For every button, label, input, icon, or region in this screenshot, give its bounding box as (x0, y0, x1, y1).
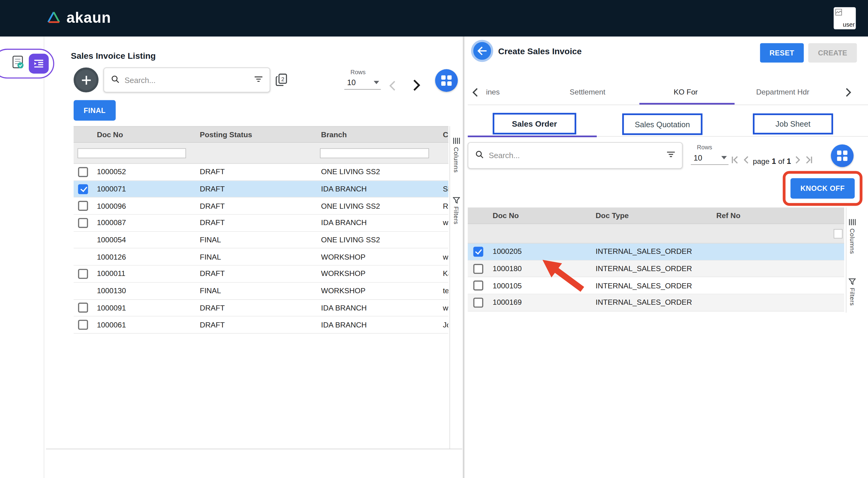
search-box (104, 68, 270, 92)
user-avatar[interactable]: user (834, 7, 856, 29)
ko-document-table: Doc No Doc Type Ref No 1000205 INTERNAL_… (468, 208, 844, 311)
tabs-scroll-left[interactable] (472, 88, 478, 100)
cell-branch: IDA BRANCH (317, 219, 438, 227)
create-button[interactable]: CREATE (808, 43, 857, 62)
page-number: 1 (772, 157, 776, 165)
back-button[interactable] (471, 40, 493, 62)
tab-ko-for[interactable]: KO For (674, 88, 698, 96)
row-checkbox[interactable] (473, 297, 483, 308)
table-row[interactable]: 1000126 FINAL WORKSHOP wa (74, 249, 448, 266)
table-row[interactable]: 1000087 DRAFT IDA BRANCH wa (74, 215, 448, 232)
akaun-triangle-icon (46, 11, 61, 25)
row-checkbox[interactable] (78, 218, 88, 228)
table-row[interactable]: 1000130 FINAL WORKSHOP te (74, 283, 448, 299)
search-input[interactable] (125, 75, 249, 84)
table-row[interactable]: 1000011 DRAFT WORKSHOP Ka (74, 266, 448, 283)
next-page-button[interactable] (795, 155, 801, 167)
columns-toggle[interactable]: Columns (848, 218, 856, 254)
filters-toggle[interactable]: Filters (453, 197, 460, 225)
cell-branch: ONE LIVING SS2 (317, 168, 438, 176)
brand-logo[interactable]: akaun (46, 9, 111, 27)
header-ref-no[interactable]: Ref No (712, 212, 844, 220)
row-checkbox[interactable] (78, 320, 88, 330)
table-row[interactable]: 1000071 DRAFT IDA BRANCH Si (74, 181, 448, 198)
cell-branch: IDA BRANCH (317, 185, 438, 193)
table-row[interactable]: 1000061 DRAFT IDA BRANCH Jo (74, 317, 448, 333)
reset-button[interactable]: RESET (760, 43, 804, 62)
panel-divider (463, 37, 464, 478)
filter-input-doc-no[interactable] (78, 149, 186, 158)
row-checkbox[interactable] (78, 201, 88, 211)
first-page-button[interactable] (731, 155, 739, 167)
subtab-job-sheet[interactable]: Job Sheet (776, 120, 810, 128)
row-checkbox[interactable] (473, 247, 483, 257)
header-posting-status[interactable]: Posting Status (195, 130, 317, 138)
indent-menu-icon (34, 59, 44, 68)
last-page-button[interactable] (805, 155, 813, 167)
table-row[interactable]: 1000091 DRAFT IDA BRANCH wa (74, 299, 448, 317)
tab-department-hdr[interactable]: Department Hdr (756, 88, 809, 96)
header-branch[interactable]: Branch (317, 130, 438, 138)
header-doc-no[interactable]: Doc No (488, 212, 591, 220)
knock-off-button[interactable]: KNOCK OFF (790, 178, 855, 199)
cell-posting-status: FINAL (195, 236, 317, 244)
of-label: of (778, 157, 785, 165)
table-body: 1000205 INTERNAL_SALES_ORDER 1000180 INT… (468, 244, 844, 311)
table-row[interactable]: 1000054 FINAL ONE LIVING SS2 (74, 232, 448, 249)
ko-search-input[interactable] (489, 151, 661, 160)
row-checkbox[interactable] (473, 281, 483, 290)
table-row[interactable]: 1000052 DRAFT ONE LIVING SS2 (74, 164, 448, 181)
rows-value: 10 (347, 78, 355, 87)
filter-list-icon[interactable] (254, 75, 263, 85)
add-invoice-button[interactable] (74, 68, 98, 92)
ko-grid-view-button[interactable] (831, 145, 854, 167)
columns-toggle[interactable]: Columns (453, 137, 460, 173)
filter-input-ref-no[interactable] (834, 229, 842, 238)
prev-page-button[interactable] (389, 80, 396, 94)
prev-page-button[interactable] (743, 155, 749, 167)
filters-toggle[interactable]: Filters (848, 278, 856, 306)
table-row[interactable]: 1000205 INTERNAL_SALES_ORDER (468, 244, 844, 260)
cell-posting-status: DRAFT (195, 185, 317, 193)
tab-lines[interactable]: ines (486, 88, 500, 96)
header-doc-no[interactable]: Doc No (92, 130, 195, 138)
duplicate-page-icon[interactable]: 2 (275, 73, 288, 89)
funnel-icon (453, 197, 460, 204)
row-checkbox[interactable] (78, 184, 88, 194)
row-checkbox[interactable] (78, 303, 88, 313)
annotation-box-sales-order: Sales Order (493, 113, 577, 134)
final-filter-button[interactable]: FINAL (74, 100, 116, 121)
funnel-icon (848, 278, 856, 285)
columns-label: Columns (849, 228, 856, 254)
rows-select[interactable]: 10 (691, 152, 728, 165)
sidebar-drawer-toggle[interactable] (0, 49, 54, 79)
row-checkbox[interactable] (78, 167, 88, 177)
row-checkbox[interactable] (473, 263, 483, 274)
row-checkbox[interactable] (78, 269, 88, 279)
filter-input-branch[interactable] (320, 149, 429, 158)
subtab-sales-quotation[interactable]: Sales Quotation (634, 120, 690, 128)
table-row[interactable]: 1000180 INTERNAL_SALES_ORDER (468, 260, 844, 278)
header-customer[interactable]: Cu (438, 130, 448, 138)
table-row[interactable]: 1000096 DRAFT ONE LIVING SS2 Re (74, 198, 448, 215)
table-side-controls: Columns Filters (450, 126, 462, 449)
search-icon (475, 150, 484, 161)
page-indicator: page 1 of 1 (753, 157, 791, 165)
table-row[interactable]: 1000169 INTERNAL_SALES_ORDER (468, 294, 844, 311)
cell-posting-status: DRAFT (195, 168, 317, 176)
header-doc-type[interactable]: Doc Type (591, 212, 712, 220)
chevron-down-icon (721, 156, 727, 159)
table-filter-row (468, 224, 844, 244)
grid-view-button[interactable] (435, 69, 458, 92)
table-row[interactable]: 1000105 INTERNAL_SALES_ORDER (468, 278, 844, 294)
app: akaun user (0, 0, 868, 478)
rows-select[interactable]: 10 (344, 76, 381, 90)
table-body: 1000052 DRAFT ONE LIVING SS2 1000071 DRA… (74, 164, 448, 334)
next-page-button[interactable] (412, 78, 421, 94)
annotation-box-job-sheet: Job Sheet (753, 113, 833, 134)
tab-settlement[interactable]: Settlement (569, 88, 605, 96)
filter-list-icon[interactable] (666, 151, 675, 161)
drawer-expand-button[interactable] (29, 54, 49, 74)
subtab-sales-order[interactable]: Sales Order (512, 119, 557, 128)
tabs-scroll-right[interactable] (845, 88, 851, 100)
